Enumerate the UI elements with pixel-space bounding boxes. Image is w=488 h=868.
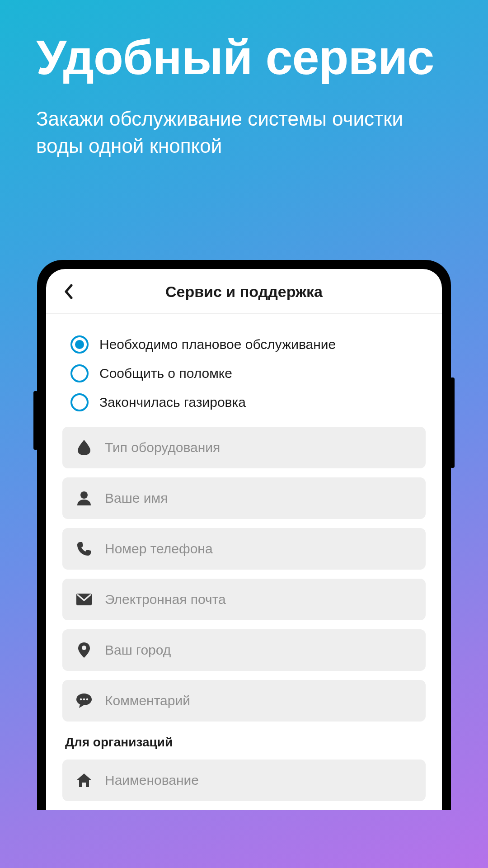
name-field[interactable]: Ваше имя (62, 477, 426, 519)
phone-frame: Сервис и поддержка Необходимо плановое о… (37, 260, 451, 810)
svg-point-5 (83, 698, 85, 700)
city-field[interactable]: Ваш город (62, 629, 426, 671)
svg-point-6 (86, 698, 88, 700)
field-placeholder: Наименование (105, 773, 199, 788)
email-field[interactable]: Электронная почта (62, 579, 426, 620)
comment-icon (76, 693, 92, 709)
phone-screen: Сервис и поддержка Необходимо плановое о… (46, 269, 442, 810)
phone-side-button-left (33, 391, 38, 450)
radio-label: Сообщить о поломке (99, 366, 232, 381)
envelope-icon (76, 591, 92, 608)
app-header: Сервис и поддержка (46, 282, 442, 314)
radio-report-breakdown[interactable]: Сообщить о поломке (70, 359, 426, 388)
radio-scheduled-maintenance[interactable]: Необходимо плановое обслуживание (70, 330, 426, 359)
field-placeholder: Ваше имя (105, 491, 168, 506)
radio-circle-icon (70, 364, 89, 382)
drop-icon (76, 439, 92, 456)
radio-circle-icon (70, 335, 89, 354)
svg-point-0 (80, 491, 88, 499)
hero-title: Удобный сервис (36, 32, 452, 83)
radio-label: Необходимо плановое обслуживание (99, 337, 336, 352)
org-name-field[interactable]: Наименование (62, 760, 426, 801)
header-title: Сервис и поддержка (46, 283, 442, 301)
back-button[interactable] (59, 282, 79, 302)
svg-point-4 (80, 698, 82, 700)
field-placeholder: Комментарий (105, 693, 190, 708)
chevron-left-icon (64, 284, 73, 299)
service-type-radio-group: Необходимо плановое обслуживание Сообщит… (62, 330, 426, 427)
hero-block: Удобный сервис Закажи обслуживание систе… (0, 0, 488, 159)
form-body: Необходимо плановое обслуживание Сообщит… (46, 314, 442, 801)
field-placeholder: Электронная почта (105, 592, 226, 607)
org-section-label: Для организаций (65, 735, 426, 750)
radio-circle-icon (70, 393, 89, 411)
svg-point-2 (82, 646, 86, 650)
phone-icon (76, 541, 92, 557)
comment-field[interactable]: Комментарий (62, 680, 426, 722)
home-icon (76, 772, 92, 788)
field-placeholder: Тип оборудования (105, 440, 220, 455)
field-placeholder: Номер телефона (105, 541, 213, 557)
phone-side-button-right (450, 377, 455, 468)
person-icon (76, 490, 92, 506)
radio-label: Закончилась газировка (99, 395, 246, 410)
hero-subtitle: Закажи обслуживание системы очистки воды… (36, 105, 452, 159)
radio-out-of-soda[interactable]: Закончилась газировка (70, 388, 426, 417)
equipment-type-field[interactable]: Тип оборудования (62, 427, 426, 468)
field-placeholder: Ваш город (105, 642, 171, 658)
phone-field[interactable]: Номер телефона (62, 528, 426, 570)
location-pin-icon (76, 642, 92, 658)
